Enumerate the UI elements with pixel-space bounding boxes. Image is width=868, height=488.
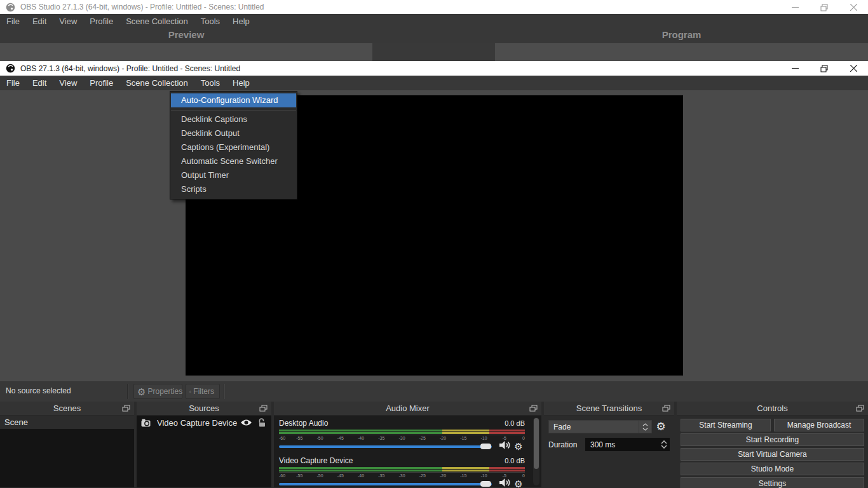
scenes-list: Scene xyxy=(0,416,134,487)
duration-value: 300 ms xyxy=(585,440,660,449)
back-window-controls xyxy=(780,0,868,15)
menu-edit[interactable]: Edit xyxy=(26,76,53,90)
chevron-up-icon xyxy=(642,423,648,426)
menu-scene-collection[interactable]: Scene Collection xyxy=(119,76,194,90)
menu-help[interactable]: Help xyxy=(226,14,256,29)
scene-list-item[interactable]: Scene xyxy=(0,416,134,429)
meter-tick-label: -45 xyxy=(337,473,344,478)
volume-slider-track[interactable] xyxy=(279,445,492,448)
menu-item-decklink-captions[interactable]: Decklink Captions xyxy=(170,112,297,126)
channel-settings-gear-icon[interactable]: ⚙ xyxy=(512,442,525,451)
combo-arrows[interactable] xyxy=(639,421,651,433)
menu-item-auto-configuration-wizard[interactable]: Auto-Configuration Wizard xyxy=(171,93,296,107)
meter-tick-label: -30 xyxy=(398,473,405,478)
obs-screen: OBS Studio 27.1.3 (64-bit, windows) - Pr… xyxy=(0,0,868,488)
mixer-channel-video-capture: Video Capture Device 0.0 dB -60-55-50-45… xyxy=(279,456,525,488)
studio-mode-button[interactable]: Studio Mode xyxy=(681,463,864,475)
sources-dock-title: Sources xyxy=(189,403,219,413)
filters-label: Filters xyxy=(193,387,214,396)
menu-file[interactable]: File xyxy=(0,14,26,29)
meter-tick-label: -15 xyxy=(460,473,466,478)
mute-button[interactable] xyxy=(497,440,512,452)
scenes-dock-title: Scenes xyxy=(53,403,81,413)
close-button[interactable] xyxy=(839,61,868,76)
menu-view[interactable]: View xyxy=(53,76,83,90)
volume-slider[interactable] xyxy=(279,442,492,451)
volume-slider-handle[interactable] xyxy=(480,444,491,449)
source-name: Video Capture Device xyxy=(157,418,240,428)
menu-file[interactable]: File xyxy=(0,76,26,90)
minimize-button[interactable] xyxy=(780,0,810,15)
volume-slider-handle[interactable] xyxy=(480,481,491,487)
menu-profile[interactable]: Profile xyxy=(83,76,119,90)
manage-broadcast-button[interactable]: Manage Broadcast xyxy=(774,419,864,431)
meter-tick-label: -55 xyxy=(296,436,302,441)
channel-level: 0.0 dB xyxy=(505,419,525,427)
menu-view[interactable]: View xyxy=(53,14,83,29)
meter-tick-label: -45 xyxy=(337,436,344,441)
menu-tools[interactable]: Tools xyxy=(194,76,226,90)
menu-profile[interactable]: Profile xyxy=(83,14,119,29)
meter-tick-label: -25 xyxy=(419,436,426,441)
mute-button[interactable] xyxy=(497,478,512,488)
spinbox-arrows[interactable] xyxy=(660,440,670,449)
meter-tick-label: -10 xyxy=(480,436,487,441)
mixer-scrollbar xyxy=(533,417,539,485)
dock-popout-icon xyxy=(662,405,670,412)
meter-tick-label: -20 xyxy=(440,473,446,478)
duration-label: Duration xyxy=(548,440,581,449)
program-panel xyxy=(495,43,868,61)
back-window-menubar: File Edit View Profile Scene Collection … xyxy=(0,14,868,29)
sources-dock: Sources Video Capture Device xyxy=(137,402,271,488)
controls-dock-header: Controls xyxy=(677,402,868,416)
menu-item-scripts[interactable]: Scripts xyxy=(170,182,297,196)
main-content-area xyxy=(0,90,868,381)
restore-button[interactable] xyxy=(810,0,839,15)
meter-tick-label: -35 xyxy=(378,473,384,478)
dock-row: Scenes Scene Sources xyxy=(0,402,868,488)
transition-selected-value: Fade xyxy=(549,423,639,431)
start-streaming-button[interactable]: Start Streaming xyxy=(681,419,771,431)
meter-tick-label: 0 xyxy=(522,473,525,478)
properties-button[interactable]: ⚙ Properties xyxy=(133,384,182,399)
chevron-down-icon xyxy=(661,445,667,449)
menu-item-automatic-scene-switcher[interactable]: Automatic Scene Switcher xyxy=(170,154,297,168)
visibility-eye-icon[interactable] xyxy=(240,419,252,426)
menu-item-captions-experimental[interactable]: Captions (Experimental) xyxy=(170,140,297,154)
volume-slider[interactable] xyxy=(279,480,492,488)
transition-select[interactable]: Fade xyxy=(548,420,652,433)
lock-icon[interactable] xyxy=(258,418,266,427)
channel-settings-gear-icon[interactable]: ⚙ xyxy=(512,480,525,488)
menu-edit[interactable]: Edit xyxy=(26,14,53,29)
meter-tick-label: -40 xyxy=(358,436,364,441)
mixer-scrollbar-thumb[interactable] xyxy=(534,418,539,469)
meter-tick-label: 0 xyxy=(522,436,525,441)
start-virtual-camera-button[interactable]: Start Virtual Camera xyxy=(681,448,864,461)
menu-item-decklink-output[interactable]: Decklink Output xyxy=(170,126,297,140)
transition-settings-gear-icon[interactable]: ⚙ xyxy=(652,420,670,433)
meter-bar xyxy=(279,430,525,431)
duration-spinbox[interactable]: 300 ms xyxy=(585,438,670,451)
menu-item-output-timer[interactable]: Output Timer xyxy=(170,168,297,182)
dock-popout-icon xyxy=(856,405,864,412)
video-capture-icon xyxy=(141,419,152,427)
settings-button[interactable]: Settings xyxy=(681,477,864,488)
meter-scale: -60-55-50-45-40-35-30-25-20-15-10-50 xyxy=(279,435,525,440)
minimize-button[interactable] xyxy=(780,61,810,76)
close-button[interactable] xyxy=(839,0,868,15)
menu-scene-collection[interactable]: Scene Collection xyxy=(119,14,194,29)
obs-logo-icon xyxy=(6,64,15,73)
volume-slider-track[interactable] xyxy=(279,483,492,485)
start-recording-button[interactable]: Start Recording xyxy=(681,433,864,446)
meter-tick-label: -50 xyxy=(316,473,323,478)
source-list-item[interactable]: Video Capture Device xyxy=(137,416,271,430)
studio-mode-panels xyxy=(0,43,868,61)
filters-icon xyxy=(189,387,191,396)
volume-meter xyxy=(279,467,525,471)
controls-body: Start Streaming Manage Broadcast Start R… xyxy=(677,416,868,487)
menu-tools[interactable]: Tools xyxy=(194,14,226,29)
dock-popout-icon xyxy=(122,405,130,412)
restore-button[interactable] xyxy=(810,61,839,76)
menu-help[interactable]: Help xyxy=(226,76,256,90)
filters-button[interactable]: Filters xyxy=(186,384,220,399)
